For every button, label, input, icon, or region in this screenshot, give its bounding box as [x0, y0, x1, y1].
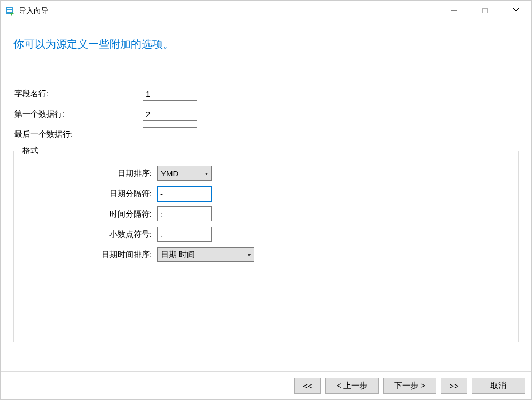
next-button[interactable]: 下一步 >: [383, 378, 436, 394]
close-button[interactable]: [500, 1, 531, 21]
combo-date-order-value: YMD: [161, 169, 202, 178]
app-icon: [5, 6, 15, 17]
svg-rect-2: [7, 10, 12, 11]
label-time-delimiter: 时间分隔符:: [20, 209, 157, 219]
label-datetime-order: 日期时间排序:: [20, 250, 157, 260]
chevron-down-icon: ▾: [248, 252, 251, 258]
back-button[interactable]: < 上一步: [325, 378, 379, 394]
row-time-delimiter: 时间分隔符:: [20, 204, 512, 224]
label-last-data-row: 最后一个数据行:: [13, 129, 143, 140]
input-decimal-symbol[interactable]: [157, 227, 212, 242]
minimize-button[interactable]: [439, 1, 470, 21]
label-field-name-row: 字段名行:: [13, 89, 143, 99]
svg-rect-3: [7, 11, 12, 12]
svg-rect-5: [483, 9, 488, 13]
maximize-button: [470, 1, 500, 21]
chevron-down-icon: ▾: [205, 171, 208, 176]
svg-rect-1: [7, 8, 12, 9]
combo-date-order[interactable]: YMD ▾: [157, 166, 212, 181]
content-area: 字段名行: 第一个数据行: 最后一个数据行: 格式 日期排序: YMD ▾ 日期…: [1, 51, 531, 342]
window-controls: [439, 1, 531, 21]
wizard-footer: << < 上一步 下一步 > >> 取消: [1, 371, 531, 399]
last-button[interactable]: >>: [441, 378, 467, 394]
row-last-data-row: 最后一个数据行:: [13, 124, 519, 144]
combo-datetime-order-value: 日期 时间: [161, 250, 245, 260]
window-title: 导入向导: [19, 6, 49, 16]
label-decimal-symbol: 小数点符号:: [20, 229, 157, 240]
combo-datetime-order[interactable]: 日期 时间 ▾: [157, 247, 254, 262]
cancel-button[interactable]: 取消: [472, 378, 525, 394]
input-time-delimiter[interactable]: [157, 206, 212, 221]
row-first-data-row: 第一个数据行:: [13, 104, 519, 124]
row-datetime-order: 日期时间排序: 日期 时间 ▾: [20, 244, 512, 265]
label-first-data-row: 第一个数据行:: [13, 109, 143, 119]
page-heading: 你可以为源定义一些附加的选项。: [1, 22, 531, 51]
format-fieldset: 格式 日期排序: YMD ▾ 日期分隔符: 时间分隔符: 小数点符号:: [13, 151, 519, 342]
row-field-name-row: 字段名行:: [13, 83, 519, 104]
input-last-data-row[interactable]: [143, 127, 197, 141]
input-field-name-row[interactable]: [143, 87, 197, 101]
row-date-delimiter: 日期分隔符:: [20, 183, 512, 204]
row-date-order: 日期排序: YMD ▾: [20, 163, 512, 183]
row-decimal-symbol: 小数点符号:: [20, 224, 512, 244]
format-legend: 格式: [20, 145, 41, 156]
first-button[interactable]: <<: [294, 378, 321, 394]
label-date-delimiter: 日期分隔符:: [20, 189, 157, 199]
input-first-data-row[interactable]: [143, 107, 197, 121]
input-date-delimiter[interactable]: [157, 186, 212, 201]
label-date-order: 日期排序:: [20, 168, 157, 179]
